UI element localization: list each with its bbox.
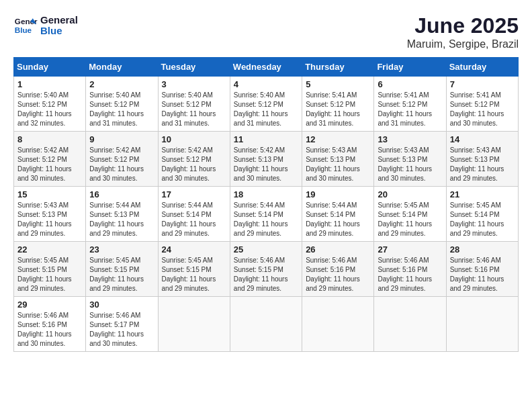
day-cell: 11 Sunrise: 5:42 AMSunset: 5:13 PMDaylig…	[230, 132, 302, 187]
logo-icon: General Blue	[13, 13, 38, 38]
table-row: 29 Sunrise: 5:46 AMSunset: 5:16 PMDaylig…	[14, 297, 519, 352]
day-cell: 18 Sunrise: 5:44 AMSunset: 5:14 PMDaylig…	[230, 187, 302, 242]
location-title: Maruim, Sergipe, Brazil	[407, 38, 519, 50]
svg-text:Blue: Blue	[15, 26, 32, 34]
col-tuesday: Tuesday	[158, 58, 230, 77]
col-monday: Monday	[86, 58, 158, 77]
day-cell: 14 Sunrise: 5:43 AMSunset: 5:13 PMDaylig…	[446, 132, 518, 187]
day-cell: 25 Sunrise: 5:46 AMSunset: 5:15 PMDaylig…	[230, 242, 302, 297]
col-friday: Friday	[374, 58, 446, 77]
logo-line1: General	[40, 15, 78, 26]
table-row: 8 Sunrise: 5:42 AMSunset: 5:12 PMDayligh…	[14, 132, 519, 187]
day-cell: 19 Sunrise: 5:44 AMSunset: 5:14 PMDaylig…	[302, 187, 374, 242]
empty-cell	[158, 297, 230, 352]
day-cell: 4 Sunrise: 5:40 AMSunset: 5:12 PMDayligh…	[230, 77, 302, 132]
header-row: Sunday Monday Tuesday Wednesday Thursday…	[14, 58, 519, 77]
day-cell: 20 Sunrise: 5:45 AMSunset: 5:14 PMDaylig…	[374, 187, 446, 242]
empty-cell	[302, 297, 374, 352]
day-cell: 29 Sunrise: 5:46 AMSunset: 5:16 PMDaylig…	[14, 297, 86, 352]
day-cell: 16 Sunrise: 5:44 AMSunset: 5:13 PMDaylig…	[86, 187, 158, 242]
day-cell: 24 Sunrise: 5:45 AMSunset: 5:15 PMDaylig…	[158, 242, 230, 297]
day-cell: 3 Sunrise: 5:40 AMSunset: 5:12 PMDayligh…	[158, 77, 230, 132]
page-header: General Blue General Blue June 2025 Maru…	[13, 13, 519, 50]
day-cell: 2 Sunrise: 5:40 AMSunset: 5:12 PMDayligh…	[86, 77, 158, 132]
day-cell: 12 Sunrise: 5:43 AMSunset: 5:13 PMDaylig…	[302, 132, 374, 187]
col-wednesday: Wednesday	[230, 58, 302, 77]
day-cell: 5 Sunrise: 5:41 AMSunset: 5:12 PMDayligh…	[302, 77, 374, 132]
day-cell: 27 Sunrise: 5:46 AMSunset: 5:16 PMDaylig…	[374, 242, 446, 297]
day-cell: 9 Sunrise: 5:42 AMSunset: 5:12 PMDayligh…	[86, 132, 158, 187]
month-title: June 2025	[407, 13, 519, 38]
day-cell: 26 Sunrise: 5:46 AMSunset: 5:16 PMDaylig…	[302, 242, 374, 297]
empty-cell	[230, 297, 302, 352]
table-row: 22 Sunrise: 5:45 AMSunset: 5:15 PMDaylig…	[14, 242, 519, 297]
day-cell: 13 Sunrise: 5:43 AMSunset: 5:13 PMDaylig…	[374, 132, 446, 187]
logo-line2: Blue	[40, 26, 78, 37]
day-cell: 17 Sunrise: 5:44 AMSunset: 5:14 PMDaylig…	[158, 187, 230, 242]
day-cell: 21 Sunrise: 5:45 AMSunset: 5:14 PMDaylig…	[446, 187, 518, 242]
table-row: 15 Sunrise: 5:43 AMSunset: 5:13 PMDaylig…	[14, 187, 519, 242]
empty-cell	[446, 297, 518, 352]
day-cell: 30 Sunrise: 5:46 AMSunset: 5:17 PMDaylig…	[86, 297, 158, 352]
day-cell: 23 Sunrise: 5:45 AMSunset: 5:15 PMDaylig…	[86, 242, 158, 297]
day-cell: 15 Sunrise: 5:43 AMSunset: 5:13 PMDaylig…	[14, 187, 86, 242]
col-saturday: Saturday	[446, 58, 518, 77]
day-cell: 6 Sunrise: 5:41 AMSunset: 5:12 PMDayligh…	[374, 77, 446, 132]
day-cell: 28 Sunrise: 5:46 AMSunset: 5:16 PMDaylig…	[446, 242, 518, 297]
day-cell: 10 Sunrise: 5:42 AMSunset: 5:12 PMDaylig…	[158, 132, 230, 187]
calendar-table: Sunday Monday Tuesday Wednesday Thursday…	[13, 57, 519, 352]
title-area: June 2025 Maruim, Sergipe, Brazil	[407, 13, 519, 50]
day-cell: 8 Sunrise: 5:42 AMSunset: 5:12 PMDayligh…	[14, 132, 86, 187]
table-row: 1 Sunrise: 5:40 AMSunset: 5:12 PMDayligh…	[14, 77, 519, 132]
day-cell: 22 Sunrise: 5:45 AMSunset: 5:15 PMDaylig…	[14, 242, 86, 297]
col-thursday: Thursday	[302, 58, 374, 77]
day-cell: 1 Sunrise: 5:40 AMSunset: 5:12 PMDayligh…	[14, 77, 86, 132]
empty-cell	[374, 297, 446, 352]
col-sunday: Sunday	[14, 58, 86, 77]
logo: General Blue General Blue	[13, 13, 78, 38]
day-cell: 7 Sunrise: 5:41 AMSunset: 5:12 PMDayligh…	[446, 77, 518, 132]
